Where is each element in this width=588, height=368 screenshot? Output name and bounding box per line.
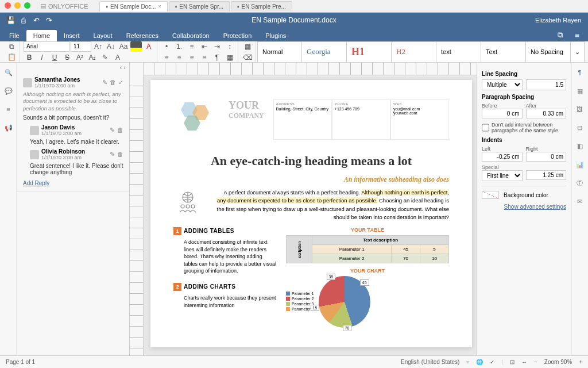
spellcheck-icon[interactable]: 🌐 xyxy=(476,359,483,365)
tab-spreadsheet[interactable]: ▪EN Sample Spr... xyxy=(169,1,230,12)
headings-icon[interactable]: ≡ xyxy=(3,104,14,114)
resolve-comment-icon[interactable]: ✓ xyxy=(118,79,123,86)
indent-right[interactable] xyxy=(526,152,567,162)
align-center-icon[interactable]: ≡ xyxy=(173,52,185,63)
document-area[interactable]: YOURCOMPANY ADDRESSBuilding, Street, Cit… xyxy=(130,63,477,368)
next-comment-icon[interactable]: › xyxy=(123,64,126,71)
bg-color-swatch[interactable] xyxy=(482,191,499,199)
style-normal[interactable]: Normal xyxy=(257,41,302,63)
feedback-icon[interactable]: 📢 xyxy=(3,122,14,133)
paste-icon[interactable]: 📋 xyxy=(6,52,17,63)
line-spacing-icon[interactable]: ↕ xyxy=(224,41,235,52)
italic-icon[interactable]: I xyxy=(36,52,48,63)
highlight2-icon[interactable]: ✎ xyxy=(99,52,111,63)
align-right-icon[interactable]: ≡ xyxy=(186,52,198,63)
strike-icon[interactable]: S xyxy=(61,52,73,63)
indent-left[interactable] xyxy=(482,152,523,162)
close-window-icon[interactable] xyxy=(5,2,11,9)
mail-merge-icon[interactable]: ✉ xyxy=(575,196,585,206)
spacing-before[interactable] xyxy=(482,109,523,118)
highlight-icon[interactable] xyxy=(130,41,142,52)
spacing-after[interactable] xyxy=(526,109,567,118)
delete-reply-icon[interactable]: 🗑 xyxy=(117,151,123,158)
insert-table-icon[interactable]: ▦ xyxy=(242,41,253,52)
edit-comment-icon[interactable]: ✎ xyxy=(102,79,107,86)
textart-settings-icon[interactable]: Ⓣ xyxy=(575,178,585,188)
maximize-window-icon[interactable] xyxy=(24,2,30,9)
paragraph-settings-icon[interactable]: ¶ xyxy=(575,67,585,78)
special-indent-mode[interactable]: First line xyxy=(482,170,523,181)
image-settings-icon[interactable]: 🖼 xyxy=(575,104,585,114)
line-spacing-value[interactable] xyxy=(526,79,567,90)
print-icon[interactable]: ⎙ xyxy=(17,14,30,26)
menu-protection[interactable]: Protection xyxy=(216,30,259,41)
page-counter[interactable]: Page 1 of 1 xyxy=(6,359,35,365)
style-h2[interactable]: H2 xyxy=(392,41,436,63)
save-icon[interactable]: 💾 xyxy=(5,14,17,26)
advanced-settings-link[interactable]: Show advanced settings xyxy=(482,204,566,210)
vertical-ruler[interactable] xyxy=(130,63,144,368)
menu-references[interactable]: References xyxy=(119,30,165,41)
add-reply-link[interactable]: Add Reply xyxy=(23,180,49,186)
subheading[interactable]: An informative subheading also does xyxy=(173,175,449,184)
comment-thread[interactable]: Samantha Jones 1/1/1970 3:00 am ✎ 🗑 ✓ Al… xyxy=(17,72,129,191)
undo-icon[interactable]: ↶ xyxy=(30,14,42,26)
menu-home[interactable]: Home xyxy=(26,30,57,41)
special-indent-value[interactable] xyxy=(526,170,567,180)
clear-format-icon[interactable]: ⌫ xyxy=(242,52,253,63)
style-georgia[interactable]: Georgia xyxy=(302,41,347,63)
dec-indent-icon[interactable]: ⇤ xyxy=(199,41,210,52)
comments-icon[interactable]: 💬 xyxy=(3,86,14,96)
nonprinting-icon[interactable]: ¶ xyxy=(211,52,223,63)
multilevel-icon[interactable]: ≡ xyxy=(186,41,198,52)
table-settings-icon[interactable]: ▦ xyxy=(575,86,585,96)
menu-plugins[interactable]: Plugins xyxy=(258,30,293,41)
track-changes-icon[interactable]: ✓ xyxy=(490,359,494,365)
horizontal-ruler[interactable] xyxy=(144,63,477,75)
language-selector[interactable]: English (United States) xyxy=(401,359,459,365)
zoom-in-icon[interactable]: + xyxy=(579,359,582,365)
view-settings-icon[interactable]: ≡ xyxy=(571,29,583,41)
redo-icon[interactable]: ↷ xyxy=(42,14,55,26)
chart-settings-icon[interactable]: 📊 xyxy=(575,159,585,170)
copy-icon[interactable]: ⧉ xyxy=(6,41,17,52)
line-spacing-mode[interactable]: Multiple xyxy=(482,79,523,90)
delete-comment-icon[interactable]: 🗑 xyxy=(110,79,116,86)
no-interval-checkbox[interactable] xyxy=(482,122,489,133)
fit-width-icon[interactable]: ↔ xyxy=(521,359,527,365)
shading-icon[interactable]: ▦ xyxy=(224,52,235,63)
dec-font-icon[interactable]: A↓ xyxy=(105,41,117,52)
paragraph[interactable]: A perfect document always starts with a … xyxy=(215,189,449,221)
style-text-lc[interactable]: text xyxy=(436,41,481,63)
style-no-spacing[interactable]: No Spacing xyxy=(526,41,571,63)
superscript-icon[interactable]: A² xyxy=(74,52,86,63)
font-select[interactable] xyxy=(24,41,69,52)
menu-collaboration[interactable]: Collaboration xyxy=(165,30,216,41)
delete-reply-icon[interactable]: 🗑 xyxy=(117,126,123,134)
edit-reply-icon[interactable]: ✎ xyxy=(110,151,115,158)
subscript-icon[interactable]: A₂ xyxy=(87,52,98,63)
tab-document[interactable]: ▪EN Sample Doc...× xyxy=(99,1,167,12)
tab-close-icon[interactable]: × xyxy=(158,3,161,9)
font-color-icon[interactable]: A xyxy=(143,41,154,52)
inc-font-icon[interactable]: A↑ xyxy=(92,41,104,52)
menu-insert[interactable]: Insert xyxy=(57,30,87,41)
fit-page-icon[interactable]: ⊡ xyxy=(510,359,514,365)
edit-reply-icon[interactable]: ✎ xyxy=(110,126,115,134)
minimize-window-icon[interactable] xyxy=(14,2,21,9)
zoom-out-icon[interactable]: − xyxy=(534,359,537,365)
menu-layout[interactable]: Layout xyxy=(87,30,119,41)
style-h1[interactable]: H1 xyxy=(347,41,392,63)
zoom-level[interactable]: Zoom 90% xyxy=(544,359,572,365)
menu-file[interactable]: File xyxy=(2,30,26,41)
user-name[interactable]: Elizabeth Rayen xyxy=(535,17,581,24)
shape-settings-icon[interactable]: ◧ xyxy=(575,141,585,151)
underline-icon[interactable]: U xyxy=(49,52,60,63)
page[interactable]: YOURCOMPANY ADDRESSBuilding, Street, Cit… xyxy=(150,80,472,347)
header-settings-icon[interactable]: ⊟ xyxy=(575,122,585,133)
inc-indent-icon[interactable]: ⇥ xyxy=(211,41,223,52)
numbering-icon[interactable]: 1. xyxy=(173,41,185,52)
change-case-icon[interactable]: Aa xyxy=(118,41,129,52)
tab-presentation[interactable]: ▪EN Sample Pre... xyxy=(231,1,292,12)
heading-1[interactable]: An eye-catch-ing heading means a lot xyxy=(173,154,449,168)
